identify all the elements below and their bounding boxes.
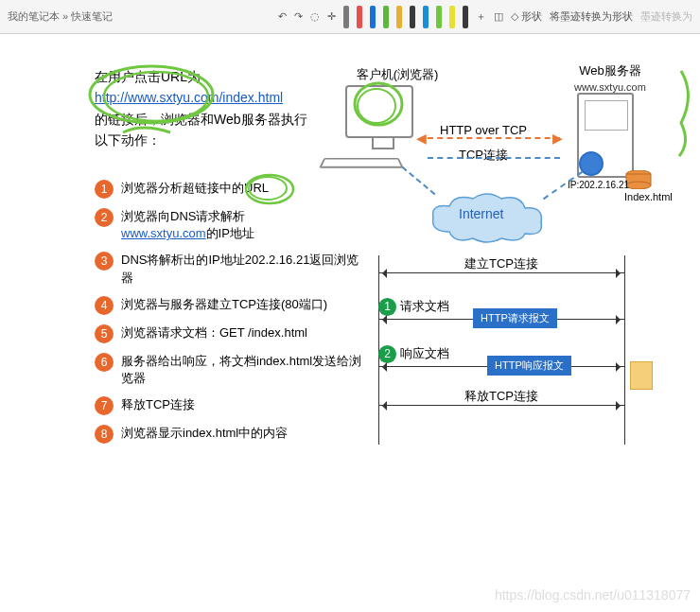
redo-icon[interactable]: ↷ [294, 10, 303, 23]
keyboard-icon [319, 158, 404, 168]
shape-button[interactable]: ◇形状 [511, 9, 542, 24]
http-request-msg: HTTP请求报文 [473, 308, 557, 328]
watermark: https://blog.csdn.net/u011318077 [495, 587, 691, 603]
seq-response: 2响应文档 HTTP响应报文 [378, 345, 624, 367]
arrow-left-icon: ◀ [416, 131, 427, 146]
step-number: 8 [95, 425, 114, 444]
toolbar-icons: ↶ ↷ ◌ ✛ ＋ ◫ ◇形状 将墨迹转换为形状 墨迹转换为 [278, 6, 692, 28]
pen-tool[interactable] [410, 6, 415, 28]
eraser-icon[interactable]: ◫ [494, 10, 503, 23]
server-label: Web服务器 www.sxtyu.com [558, 62, 662, 94]
http-over-tcp-label: HTTP over TCP [440, 123, 527, 137]
step-number: 5 [95, 324, 114, 343]
http-response-msg: HTTP响应报文 [487, 356, 571, 376]
step-number: 2 [95, 208, 114, 227]
network-diagram: 客户机(浏览器) Web服务器 www.sxtyu.com IP:202.2.1… [322, 57, 681, 454]
step-number: 4 [95, 296, 114, 315]
monitor-icon [345, 85, 413, 138]
add-pen-icon[interactable]: ＋ [476, 9, 486, 24]
undo-icon[interactable]: ↶ [278, 10, 287, 23]
ip-label: IP:202.2.16.21 [568, 180, 629, 190]
breadcrumb-root[interactable]: 我的笔记本 [8, 10, 60, 22]
crosshair-icon[interactable]: ✛ [327, 10, 336, 23]
tcp-connection-label: TCP连接 [459, 147, 508, 164]
client-label: 客户机(浏览器) [350, 66, 445, 83]
pen-tool[interactable] [343, 6, 349, 28]
seq-number: 2 [378, 345, 396, 363]
seq-release: 释放TCP连接 [378, 388, 624, 406]
document-icon [630, 361, 653, 390]
seq-request: 1请求文档 HTTP请求报文 [378, 298, 624, 320]
app-toolbar: 我的笔记本 » 快速笔记 ↶ ↷ ◌ ✛ ＋ ◫ ◇形状 将墨迹转换为形状 墨迹… [0, 0, 700, 34]
pen-tool[interactable] [423, 6, 429, 28]
pen-tool[interactable] [396, 6, 402, 28]
breadcrumb[interactable]: 我的笔记本 » 快速笔记 [8, 9, 113, 24]
pen-tool[interactable] [383, 6, 389, 28]
url-link[interactable]: http://www.sxtyu.com/index.html [95, 90, 283, 105]
pen-tool[interactable] [463, 6, 468, 28]
index-file-label: Index.html [624, 191, 673, 202]
pen-tool[interactable] [449, 6, 455, 28]
step-number: 6 [95, 353, 114, 372]
step-number: 7 [95, 396, 114, 415]
seq-number: 1 [378, 298, 396, 316]
lasso-icon[interactable]: ◌ [310, 10, 320, 23]
intro-text: 在用户点击URL为 http://www.sxtyu.com/index.htm… [95, 66, 359, 151]
internet-label: Internet [459, 206, 503, 221]
svg-point-2 [626, 182, 651, 189]
breadcrumb-current[interactable]: 快速笔记 [71, 10, 113, 22]
ink-to-shape-button[interactable]: 将墨迹转换为形状 [550, 9, 633, 24]
pen-tool[interactable] [370, 6, 376, 28]
ink-convert-button[interactable]: 墨迹转换为 [640, 9, 692, 24]
seq-establish: 建立TCP连接 [378, 255, 624, 273]
arrow-right-icon: ▶ [552, 131, 563, 146]
pen-tool[interactable] [436, 6, 442, 28]
step-number: 3 [95, 252, 114, 271]
pen-tool[interactable] [357, 6, 362, 28]
domain-link[interactable]: www.sxtyu.com [121, 226, 206, 240]
step-number: 1 [95, 180, 114, 199]
